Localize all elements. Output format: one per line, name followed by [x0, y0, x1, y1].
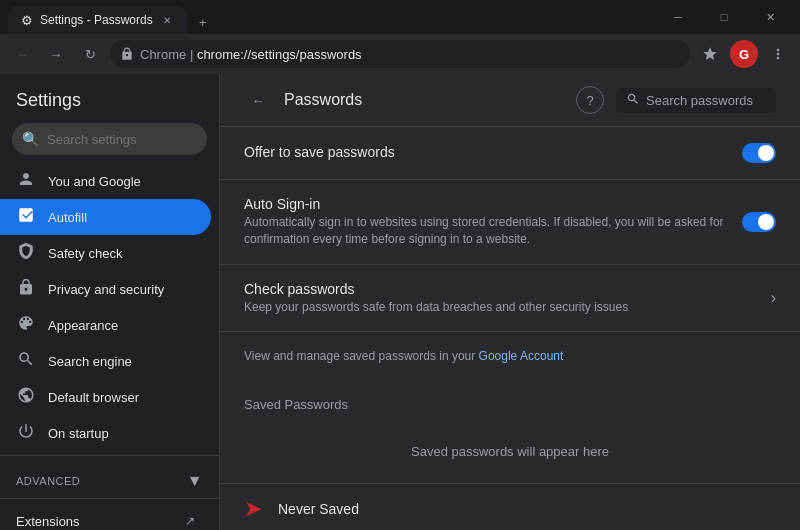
sidebar: Settings 🔍 You and Google Autofill Safet… — [0, 74, 220, 530]
browser-icon — [16, 386, 36, 408]
auto-signin-toggle[interactable] — [742, 212, 776, 232]
active-tab[interactable]: ⚙ Settings - Passwords ✕ — [8, 6, 187, 34]
sidebar-item-label-appearance: Appearance — [48, 318, 118, 333]
auto-signin-info: Auto Sign-in Automatically sign in to we… — [244, 196, 726, 248]
sidebar-item-label-you-and-google: You and Google — [48, 174, 141, 189]
sidebar-item-label-privacy-security: Privacy and security — [48, 282, 164, 297]
address-path: chrome://settings/passwords — [197, 47, 362, 62]
tab-favicon: ⚙ — [20, 13, 34, 27]
advanced-arrow[interactable]: ▼ — [187, 472, 203, 490]
never-saved-title: Never Saved — [278, 501, 359, 517]
offer-save-row: Offer to save passwords — [220, 127, 800, 180]
new-tab-button[interactable]: + — [191, 10, 215, 34]
google-account-text: View and manage saved passwords in your … — [244, 348, 776, 365]
content-area: ← Passwords ? Search passwords Offer to … — [220, 74, 800, 530]
google-account-prefix: View and manage saved passwords in your — [244, 349, 479, 363]
google-account-info: View and manage saved passwords in your … — [244, 348, 776, 365]
offer-save-title: Offer to save passwords — [244, 144, 726, 160]
sidebar-item-you-and-google[interactable]: You and Google — [0, 163, 211, 199]
sidebar-item-safety-check[interactable]: Safety check — [0, 235, 211, 271]
password-search-box[interactable]: Search passwords — [616, 88, 776, 113]
tab-area: ⚙ Settings - Passwords ✕ + — [8, 0, 648, 34]
never-saved-header: ➤ Never Saved — [220, 483, 800, 530]
appearance-icon — [16, 314, 36, 336]
nav-bar: ← → ↻ Chrome | chrome://settings/passwor… — [0, 34, 800, 74]
lock-icon — [120, 47, 134, 61]
sidebar-search-input[interactable] — [47, 132, 215, 147]
person-icon — [16, 170, 36, 192]
sidebar-search-icon: 🔍 — [22, 131, 39, 147]
external-link-icon: ↗ — [185, 514, 195, 528]
startup-icon — [16, 422, 36, 444]
sidebar-item-autofill[interactable]: Autofill — [0, 199, 211, 235]
close-button[interactable]: ✕ — [748, 0, 792, 34]
offer-save-toggle[interactable] — [742, 143, 776, 163]
password-search-icon — [626, 92, 640, 109]
sidebar-item-label-autofill: Autofill — [48, 210, 87, 225]
sidebar-item-search-engine[interactable]: Search engine — [0, 343, 211, 379]
sidebar-divider — [0, 455, 219, 456]
google-account-link[interactable]: Google Account — [479, 349, 564, 363]
settings-title: Settings — [0, 82, 219, 123]
title-bar: ⚙ Settings - Passwords ✕ + ─ □ ✕ — [0, 0, 800, 34]
auto-signin-title: Auto Sign-in — [244, 196, 726, 212]
check-passwords-desc: Keep your passwords safe from data breac… — [244, 299, 755, 316]
menu-button[interactable] — [764, 40, 792, 68]
lock-nav-icon — [16, 278, 36, 300]
advanced-label: Advanced — [16, 475, 80, 487]
never-saved-arrow-indicator: ➤ — [244, 496, 262, 522]
back-button[interactable]: ← — [8, 40, 36, 68]
address-separator: | — [190, 47, 197, 62]
address-text: Chrome | chrome://settings/passwords — [140, 47, 680, 62]
sidebar-divider-2 — [0, 498, 219, 499]
auto-signin-toggle-knob — [758, 214, 774, 230]
sidebar-item-label-default-browser: Default browser — [48, 390, 139, 405]
sidebar-item-on-startup[interactable]: On startup — [0, 415, 211, 451]
address-domain: Chrome — [140, 47, 186, 62]
password-search-placeholder: Search passwords — [646, 93, 753, 108]
offer-save-info: Offer to save passwords — [244, 144, 726, 162]
offer-save-toggle-knob — [758, 145, 774, 161]
auto-signin-row: Auto Sign-in Automatically sign in to we… — [220, 180, 800, 265]
address-bar[interactable]: Chrome | chrome://settings/passwords — [110, 40, 690, 68]
shield-icon — [16, 242, 36, 264]
sidebar-item-privacy-security[interactable]: Privacy and security — [0, 271, 211, 307]
check-passwords-info: Check passwords Keep your passwords safe… — [244, 281, 755, 316]
maximize-button[interactable]: □ — [702, 0, 746, 34]
saved-passwords-empty: Saved passwords will appear here — [220, 420, 800, 483]
saved-passwords-empty-text: Saved passwords will appear here — [411, 444, 609, 459]
sidebar-item-label-on-startup: On startup — [48, 426, 109, 441]
search-engine-icon — [16, 350, 36, 372]
content-back-button[interactable]: ← — [244, 86, 272, 114]
content-title: Passwords — [284, 91, 564, 109]
sidebar-item-label-extensions: Extensions — [16, 514, 80, 529]
tab-close-button[interactable]: ✕ — [159, 12, 175, 28]
refresh-button[interactable]: ↻ — [76, 40, 104, 68]
content-header: ← Passwords ? Search passwords — [220, 74, 800, 127]
autofill-icon — [16, 206, 36, 228]
forward-button[interactable]: → — [42, 40, 70, 68]
window-controls: ─ □ ✕ — [656, 0, 792, 34]
check-passwords-title: Check passwords — [244, 281, 755, 297]
profile-button[interactable]: G — [730, 40, 758, 68]
auto-signin-desc: Automatically sign in to websites using … — [244, 214, 726, 248]
main-layout: Settings 🔍 You and Google Autofill Safet… — [0, 74, 800, 530]
check-passwords-row[interactable]: Check passwords Keep your passwords safe… — [220, 265, 800, 333]
sidebar-item-label-search-engine: Search engine — [48, 354, 132, 369]
saved-passwords-label: Saved Passwords — [220, 381, 800, 420]
google-account-row: View and manage saved passwords in your … — [220, 332, 800, 381]
sidebar-search-box[interactable]: 🔍 — [12, 123, 207, 155]
sidebar-item-extensions[interactable]: Extensions ↗ — [0, 503, 211, 530]
sidebar-item-default-browser[interactable]: Default browser — [0, 379, 211, 415]
sidebar-item-appearance[interactable]: Appearance — [0, 307, 211, 343]
minimize-button[interactable]: ─ — [656, 0, 700, 34]
tab-title: Settings - Passwords — [40, 13, 153, 27]
help-button[interactable]: ? — [576, 86, 604, 114]
bookmark-button[interactable] — [696, 40, 724, 68]
sidebar-item-label-safety-check: Safety check — [48, 246, 122, 261]
check-passwords-chevron[interactable]: › — [771, 289, 776, 307]
advanced-section: Advanced ▼ — [0, 460, 219, 494]
